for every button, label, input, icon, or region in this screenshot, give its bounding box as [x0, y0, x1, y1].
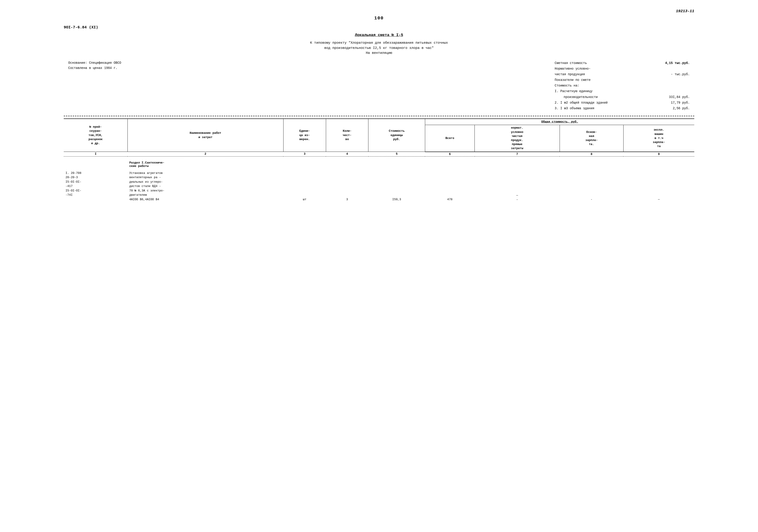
cell-col1: I. 20-708 20-20-3 I5-OI-OI- -417 I5-OI-O… [64, 170, 127, 203]
section-title-row: Раздел I.Сантехниче-ские работы [64, 156, 694, 170]
main-table-wrapper: № прей-скуран-тов,УСН,расценоки др. Наим… [64, 119, 694, 202]
th-overall: Общая стоимость, руб. [425, 119, 694, 125]
section-title-cell: Раздел I.Сантехниче-ские работы [127, 156, 694, 170]
cell-col2: Установка агрегатов вентиляторных ра - д… [127, 170, 283, 203]
col-num-6: 6 [425, 152, 474, 157]
subtitle: К типовому проекту "Хлораторная для обез… [64, 41, 694, 56]
info-val7: 33I,84 руб. [669, 94, 690, 100]
cell-col3: шт [283, 170, 326, 203]
subtitle-line3: На вентиляцию [64, 51, 694, 56]
col-num-8: 8 [560, 152, 623, 157]
separator-top [64, 116, 694, 116]
cell-col7: —— [475, 170, 560, 203]
col-num-7: 7 [475, 152, 560, 157]
info-left-line1: Основание: Спецификация ОВСО [68, 60, 121, 66]
info-left: Основание: Спецификация ОВСО Составлена … [68, 60, 121, 112]
cell-col5: I59,3 [368, 170, 425, 203]
col-num-3: 3 [283, 152, 326, 157]
th-col2: Наименование работи затрат [127, 119, 283, 152]
info-label3: чистая продукция [555, 72, 585, 77]
th-col5: Стоимостьединицыруб. [368, 119, 425, 152]
info-val8: 17,79 руб. [671, 100, 690, 106]
cell-col4: 3 [326, 170, 368, 203]
info-label7: производительности [555, 94, 598, 100]
th-col6: Всего [425, 125, 474, 152]
info-label6: I. Расчетную единицу [555, 89, 690, 94]
info-label5: Стоимость на: [555, 83, 690, 89]
info-right: Сметная стоимость 4,15 тыс.руб. Норматив… [555, 60, 690, 112]
subtitle-line2: вод производительностью I2,5 кг товарног… [64, 46, 694, 51]
col-num-4: 4 [326, 152, 368, 157]
info-val3: - тыс.руб. [671, 72, 690, 77]
col-num-2: 2 [127, 152, 283, 157]
page-number: 100 [64, 16, 694, 21]
th-col1: № прей-скуран-тов,УСН,расценоки др. [64, 119, 127, 152]
doc-id: 9OI-7-6.84 (XI) [64, 25, 694, 29]
table-header-row: № прей-скуран-тов,УСН,расценоки др. Наим… [64, 119, 694, 125]
th-col7: нормат.условночистаяпродук.прямыезатраты [475, 125, 560, 152]
column-numbers-row: I 2 3 4 5 6 7 8 9 [64, 152, 694, 157]
th-col9: экспл.машинв т.чзарпла-та [623, 125, 694, 152]
page: 19213-11 100 9OI-7-6.84 (XI) Локальная с… [64, 9, 694, 202]
info-val1: 4,15 тыс.руб. [665, 60, 690, 66]
local-smeta-title: Локальная смета № I-5 [64, 33, 694, 37]
cell-col6: 478 [425, 170, 474, 203]
info-label1: Сметная стоимость [555, 60, 587, 66]
info-label4: Показатели по смете [555, 77, 690, 83]
th-col8: Основ-наязарпла-та. [560, 125, 623, 152]
info-section: Основание: Спецификация ОВСО Составлена … [64, 60, 694, 112]
col-num-1: I [64, 152, 127, 157]
info-val9: 2,56 руб. [672, 106, 690, 111]
doc-reference: 19213-11 [64, 9, 694, 13]
cell-col9: — [623, 170, 694, 203]
info-label8: 2. I м2 общей площади зданий [555, 100, 607, 106]
col-num-5: 5 [368, 152, 425, 157]
info-label2: Нормативно условно- [555, 66, 690, 72]
subtitle-line1: К типовому проекту "Хлораторная для обез… [64, 41, 694, 46]
th-col4: Коли-чест-во [326, 119, 368, 152]
th-col3: Едини-ца из-мерен. [283, 119, 326, 152]
cell-col8: - [560, 170, 623, 203]
section-title-empty [64, 156, 127, 170]
info-left-line2: Составлена в ценах 1984 г. [68, 65, 121, 71]
col-num-9: 9 [623, 152, 694, 157]
table-row: I. 20-708 20-20-3 I5-OI-OI- -417 I5-OI-O… [64, 170, 694, 203]
main-table: № прей-скуран-тов,УСН,расценоки др. Наим… [64, 119, 694, 202]
info-label9: 3. I м3 объема здания [555, 106, 594, 111]
